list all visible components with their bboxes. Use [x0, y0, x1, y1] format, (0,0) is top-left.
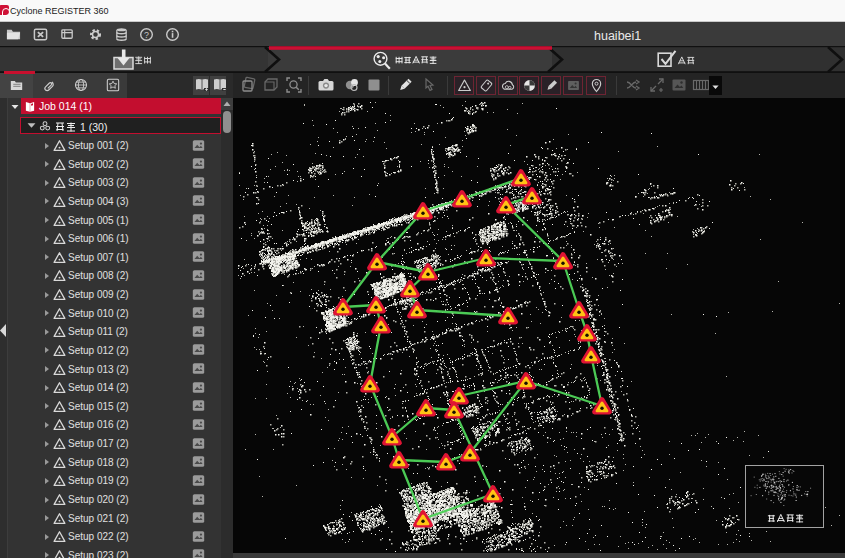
- svg-text:1 (30): 1 (30): [80, 120, 107, 132]
- svg-text:?: ?: [144, 30, 149, 40]
